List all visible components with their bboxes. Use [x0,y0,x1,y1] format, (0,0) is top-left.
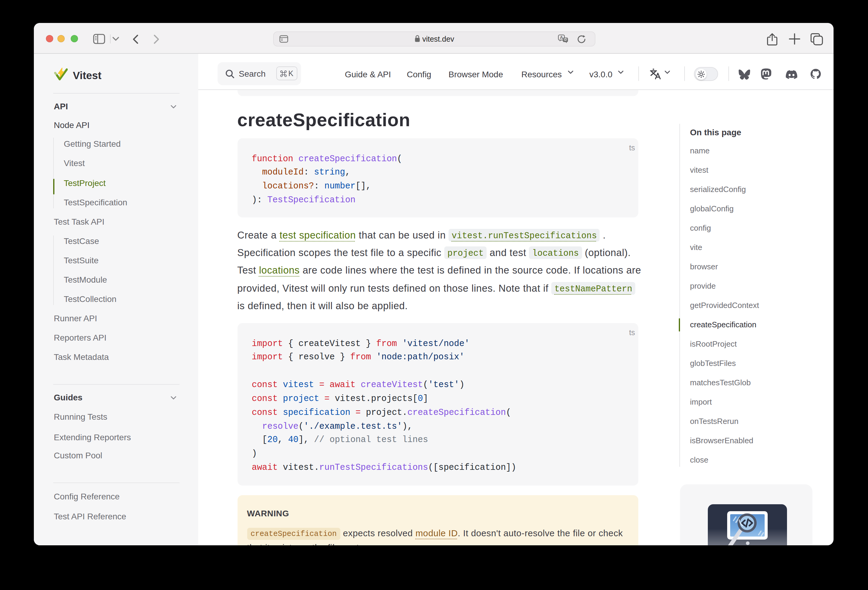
svg-text:A: A [560,35,563,40]
